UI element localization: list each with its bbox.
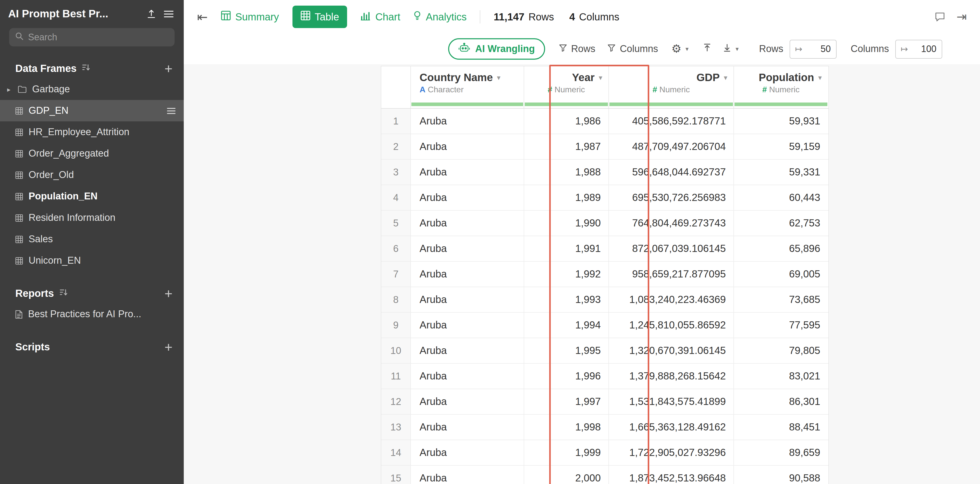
cell-year[interactable]: 1,987: [524, 134, 609, 159]
cell-population[interactable]: 83,021: [734, 363, 828, 389]
sidebar-item-gdp_en[interactable]: GDP_EN: [0, 100, 184, 121]
cell-gdp[interactable]: 596,648,044.692737: [609, 160, 734, 185]
row-number[interactable]: 8: [381, 287, 411, 312]
cell-population[interactable]: 90,588: [734, 466, 828, 484]
cell-country-name[interactable]: Aruba: [411, 287, 524, 312]
cell-year[interactable]: 1,994: [524, 313, 609, 338]
cell-country-name[interactable]: Aruba: [411, 389, 524, 414]
cell-gdp[interactable]: 1,531,843,575.41899: [609, 389, 734, 414]
cell-country-name[interactable]: Aruba: [411, 236, 524, 261]
cell-year[interactable]: 1,996: [524, 363, 609, 389]
cell-year[interactable]: 1,988: [524, 160, 609, 185]
add-report-button[interactable]: +: [164, 289, 172, 298]
cell-population[interactable]: 59,931: [734, 109, 828, 133]
ai-wrangling-button[interactable]: AI Wrangling: [448, 38, 545, 60]
sidebar-item-hr_employee_attrition[interactable]: HR_Employee_Attrition: [0, 121, 184, 143]
cell-population[interactable]: 86,301: [734, 389, 828, 414]
cell-population[interactable]: 89,659: [734, 440, 828, 465]
cell-population[interactable]: 73,685: [734, 287, 828, 312]
cell-gdp[interactable]: 872,067,039.106145: [609, 236, 734, 261]
sidebar-item-order_old[interactable]: Order_Old: [0, 164, 184, 186]
cell-population[interactable]: 59,331: [734, 160, 828, 185]
upload-button[interactable]: [703, 43, 711, 55]
cell-country-name[interactable]: Aruba: [411, 415, 524, 440]
cell-gdp[interactable]: 405,586,592.178771: [609, 109, 734, 133]
tab-table[interactable]: Table: [292, 6, 347, 28]
cell-year[interactable]: 1,999: [524, 440, 609, 465]
sidebar-report-item[interactable]: Best Practices for AI Pro...: [0, 303, 184, 325]
row-number[interactable]: 1: [381, 109, 411, 133]
sidebar-item-residen information[interactable]: Residen Information: [0, 207, 184, 229]
cell-population[interactable]: 62,753: [734, 211, 828, 236]
cell-country-name[interactable]: Aruba: [411, 363, 524, 389]
menu-icon[interactable]: [164, 10, 173, 17]
cell-year[interactable]: 1,990: [524, 211, 609, 236]
cell-gdp[interactable]: 487,709,497.206704: [609, 134, 734, 159]
tab-chart[interactable]: Chart: [361, 11, 401, 23]
rows-limit-input[interactable]: ↦ 50: [789, 40, 836, 59]
column-header-population[interactable]: Population▾ # Numeric: [734, 66, 828, 108]
column-header-gdp[interactable]: GDP▾ # Numeric: [609, 66, 734, 108]
cell-year[interactable]: 1,998: [524, 415, 609, 440]
cell-country-name[interactable]: Aruba: [411, 211, 524, 236]
cell-year[interactable]: 1,992: [524, 262, 609, 287]
sidebar-item-order_aggregated[interactable]: Order_Aggregated: [0, 143, 184, 164]
settings-button[interactable]: ⚙ ▾: [671, 43, 689, 55]
cell-year[interactable]: 1,989: [524, 185, 609, 210]
collapse-sidebar-icon[interactable]: ⇤: [197, 10, 208, 23]
cell-population[interactable]: 88,451: [734, 415, 828, 440]
download-button[interactable]: ▾: [723, 43, 738, 55]
row-number[interactable]: 2: [381, 134, 411, 159]
cell-country-name[interactable]: Aruba: [411, 338, 524, 363]
comment-icon[interactable]: [935, 12, 945, 22]
sidebar-folder-garbage[interactable]: ▸ Garbage: [0, 79, 184, 100]
row-number[interactable]: 6: [381, 236, 411, 261]
cell-population[interactable]: 60,443: [734, 185, 828, 210]
sidebar-item-population_en[interactable]: Population_EN: [0, 186, 184, 207]
chevron-right-icon[interactable]: ▸: [7, 86, 12, 93]
cell-year[interactable]: 1,993: [524, 287, 609, 312]
row-number[interactable]: 10: [381, 338, 411, 363]
cell-gdp[interactable]: 1,722,905,027.93296: [609, 440, 734, 465]
row-number[interactable]: 12: [381, 389, 411, 414]
sidebar-item-sales[interactable]: Sales: [0, 229, 184, 250]
tab-summary[interactable]: Summary: [221, 11, 279, 23]
cell-gdp[interactable]: 1,873,452,513.96648: [609, 466, 734, 484]
row-number[interactable]: 7: [381, 262, 411, 287]
cell-gdp[interactable]: 1,083,240,223.46369: [609, 287, 734, 312]
cell-year[interactable]: 1,997: [524, 389, 609, 414]
cell-gdp[interactable]: 1,245,810,055.86592: [609, 313, 734, 338]
cell-year[interactable]: 1,986: [524, 109, 609, 133]
filter-columns-button[interactable]: Columns: [608, 43, 658, 55]
tab-analytics[interactable]: Analytics: [414, 10, 467, 23]
cell-country-name[interactable]: Aruba: [411, 185, 524, 210]
cell-gdp[interactable]: 1,320,670,391.06145: [609, 338, 734, 363]
filter-rows-button[interactable]: Rows: [559, 43, 595, 55]
row-number[interactable]: 5: [381, 211, 411, 236]
cell-country-name[interactable]: Aruba: [411, 466, 524, 484]
cell-population[interactable]: 79,805: [734, 338, 828, 363]
cell-country-name[interactable]: Aruba: [411, 313, 524, 338]
cell-population[interactable]: 59,159: [734, 134, 828, 159]
cell-year[interactable]: 1,991: [524, 236, 609, 261]
sort-icon[interactable]: [59, 289, 68, 298]
row-number[interactable]: 15: [381, 466, 411, 484]
add-data-frame-button[interactable]: +: [164, 63, 172, 74]
cell-country-name[interactable]: Aruba: [411, 262, 524, 287]
cell-gdp[interactable]: 1,665,363,128.49162: [609, 415, 734, 440]
sort-icon[interactable]: [82, 64, 90, 73]
cell-year[interactable]: 2,000: [524, 466, 609, 484]
column-header-year[interactable]: Year▾ # Numeric: [524, 66, 609, 108]
cell-population[interactable]: 69,005: [734, 262, 828, 287]
column-header-country-name[interactable]: Country Name▾ A Character: [411, 66, 524, 108]
search-input[interactable]: Search: [9, 28, 175, 46]
cell-gdp[interactable]: 1,379,888,268.15642: [609, 363, 734, 389]
cell-country-name[interactable]: Aruba: [411, 134, 524, 159]
row-number[interactable]: 14: [381, 440, 411, 465]
columns-limit-input[interactable]: ↦ 100: [895, 40, 942, 59]
cell-population[interactable]: 77,595: [734, 313, 828, 338]
cell-gdp[interactable]: 958,659,217.877095: [609, 262, 734, 287]
cell-population[interactable]: 65,896: [734, 236, 828, 261]
row-number[interactable]: 4: [381, 185, 411, 210]
row-number[interactable]: 13: [381, 415, 411, 440]
